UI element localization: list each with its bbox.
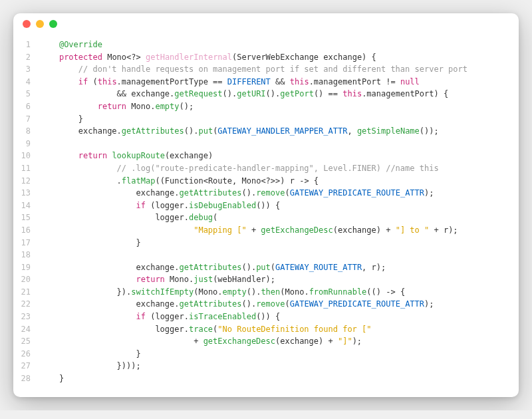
code-line[interactable]: 11 // .log("route-predicate-handler-mapp… (13, 162, 519, 175)
code-token: (). (266, 89, 281, 98)
line-content[interactable]: if (logger.isDebugEnabled()) { (40, 200, 519, 212)
line-content[interactable]: .flatMap((Function<Route, Mono<?>>) r ->… (40, 175, 519, 188)
code-token: ( (285, 299, 290, 309)
line-content[interactable]: return lookupRoute(exchange) (40, 150, 519, 162)
code-line[interactable]: 22 exchange.getAttributes().remove(GATEW… (13, 298, 519, 311)
line-content[interactable]: }))); (40, 360, 519, 372)
line-content[interactable]: exchange.getAttributes().put(GATEWAY_HAN… (40, 125, 519, 138)
code-editor[interactable]: 1 @Override2 protected Mono<?> getHandle… (13, 35, 519, 397)
code-token: trace (189, 325, 213, 334)
code-token: Function (165, 176, 203, 186)
code-line[interactable]: 8 exchange.getAttributes().put(GATEWAY_H… (13, 125, 519, 138)
line-content[interactable]: // .log("route-predicate-handler-mapping… (40, 162, 519, 175)
code-line[interactable]: 12 .flatMap((Function<Route, Mono<?>>) r… (13, 175, 519, 188)
code-line[interactable]: 1 @Override (13, 39, 519, 51)
code-line[interactable]: 21 }).switchIfEmpty(Mono.empty().then(Mo… (13, 286, 519, 299)
line-content[interactable]: }).switchIfEmpty(Mono.empty().then(Mono.… (40, 286, 519, 299)
line-number: 15 (13, 211, 40, 224)
code-token: (exchange) + (333, 225, 396, 235)
line-content[interactable]: if (this.managementPortType == DIFFERENT… (40, 76, 519, 88)
code-token: getPort (280, 89, 314, 98)
line-content[interactable]: logger.debug( (40, 211, 519, 224)
code-line[interactable]: 20 return Mono.just(webHandler); (13, 273, 519, 286)
line-content[interactable]: protected Mono<?> getHandlerInternal(Ser… (40, 51, 519, 64)
line-content[interactable]: exchange.getAttributes().put(GATEWAY_ROU… (40, 261, 519, 274)
code-token: lookupRoute (112, 151, 164, 160)
code-line[interactable]: 28 } (13, 372, 519, 385)
code-line[interactable]: 5 && exchange.getRequest().getURI().getP… (13, 88, 519, 100)
code-line[interactable]: 2 protected Mono<?> getHandlerInternal(S… (13, 51, 519, 64)
code-line[interactable]: 17 } (13, 237, 519, 249)
code-token: empty (223, 287, 247, 297)
line-content[interactable]: // don't handle requests on management p… (40, 63, 519, 76)
code-token: (logger. (146, 201, 189, 210)
code-line[interactable]: 27 }))); (13, 360, 519, 372)
line-content[interactable]: } (40, 237, 519, 249)
code-token: (Mono. (280, 287, 309, 297)
code-line[interactable]: 7 } (13, 113, 519, 126)
code-line[interactable]: 10 return lookupRoute(exchange) (13, 150, 519, 162)
code-token: DIFFERENT (227, 77, 271, 86)
line-content[interactable]: logger.trace("No RouteDefinition found f… (40, 323, 519, 336)
code-token: ); (352, 337, 362, 346)
code-token: getSimpleName (357, 126, 420, 136)
code-token: (). (184, 126, 199, 136)
code-line[interactable]: 24 logger.trace("No RouteDefinition foun… (13, 323, 519, 336)
code-token: Route (208, 176, 232, 186)
code-token: getRequest (174, 89, 222, 98)
code-line[interactable]: 18 (13, 249, 519, 261)
line-content[interactable]: exchange.getAttributes().remove(GATEWAY_… (40, 187, 519, 200)
line-content[interactable]: } (40, 372, 519, 385)
line-number: 16 (13, 224, 40, 237)
code-token: <?>>) r -> { (261, 176, 319, 186)
code-line[interactable]: 13 exchange.getAttributes().remove(GATEW… (13, 187, 519, 200)
close-icon[interactable] (23, 20, 31, 28)
code-line[interactable]: 16 "Mapping [" + getExchangeDesc(exchang… (13, 224, 519, 237)
code-token: exchange. (78, 126, 122, 136)
code-line[interactable]: 14 if (logger.isDebugEnabled()) { (13, 200, 519, 212)
line-content[interactable]: if (logger.isTraceEnabled()) { (40, 311, 519, 323)
line-content[interactable]: && exchange.getRequest().getURI().getPor… (40, 88, 519, 100)
code-token: exchange. (136, 263, 180, 272)
line-content[interactable]: "Mapping [" + getExchangeDesc(exchange) … (40, 224, 519, 237)
code-token: getURI (237, 89, 265, 98)
line-content[interactable] (40, 138, 519, 150)
code-token: exchange. (136, 188, 180, 198)
code-token: "]" (338, 337, 352, 346)
code-line[interactable]: 25 + getExchangeDesc(exchange) + "]"); (13, 335, 519, 348)
code-token: switchIfEmpty (131, 287, 194, 297)
line-content[interactable]: } (40, 113, 519, 126)
code-line[interactable]: 4 if (this.managementPortType == DIFFERE… (13, 76, 519, 88)
line-content[interactable]: } (40, 348, 519, 360)
code-token: (exchange) + (275, 337, 338, 346)
code-line[interactable]: 9 (13, 138, 519, 150)
minimize-icon[interactable] (36, 20, 44, 28)
code-token: } (40, 349, 141, 358)
line-content[interactable]: return Mono.empty(); (40, 100, 519, 113)
line-content[interactable] (40, 249, 519, 261)
code-line[interactable]: 26 } (13, 348, 519, 360)
code-token: (() -> { (366, 287, 405, 297)
code-line[interactable]: 6 return Mono.empty(); (13, 100, 519, 113)
zoom-icon[interactable] (49, 20, 57, 28)
line-content[interactable]: @Override (40, 39, 519, 51)
code-token: isDebugEnabled (189, 201, 256, 210)
code-token (40, 164, 117, 173)
code-token: ()); (420, 126, 439, 136)
code-token: if (136, 201, 146, 210)
line-number: 6 (13, 100, 40, 113)
line-content[interactable]: + getExchangeDesc(exchange) + "]"); (40, 335, 519, 348)
code-token: ( (213, 213, 217, 222)
code-line[interactable]: 19 exchange.getAttributes().put(GATEWAY_… (13, 261, 519, 274)
code-token: GATEWAY_PREDICATE_ROUTE_ATTR (290, 188, 424, 198)
code-token: } (40, 374, 64, 383)
line-content[interactable]: exchange.getAttributes().remove(GATEWAY_… (40, 298, 519, 311)
code-line[interactable]: 15 logger.debug( (13, 211, 519, 224)
code-line[interactable]: 23 if (logger.isTraceEnabled()) { (13, 311, 519, 323)
code-token (40, 77, 78, 86)
code-line[interactable]: 3 // don't handle requests on management… (13, 63, 519, 76)
line-content[interactable]: return Mono.just(webHandler); (40, 273, 519, 286)
code-token: ( (285, 188, 290, 198)
code-token: Mono (241, 176, 261, 186)
code-token: "Mapping [" (194, 225, 246, 235)
